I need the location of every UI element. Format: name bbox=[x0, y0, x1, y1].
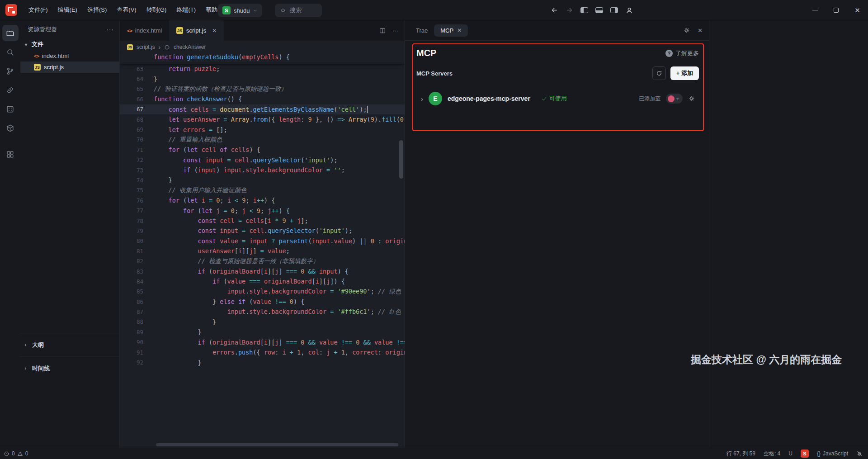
global-search-box[interactable]: 搜索 bbox=[275, 4, 322, 17]
tab-mcp[interactable]: MCP ✕ bbox=[434, 24, 468, 37]
maximize-button[interactable] bbox=[826, 0, 847, 20]
cursor-position[interactable]: 行 67, 列 59 bbox=[726, 450, 755, 458]
code-line-89[interactable]: 89 } bbox=[120, 327, 405, 337]
code-line-79[interactable]: 79 const input = cell.querySelector('inp… bbox=[120, 226, 405, 236]
code-line-66[interactable]: 66function checkAnswer() { bbox=[120, 94, 405, 104]
tab-script-js[interactable]: JS script.js ✕ bbox=[169, 20, 224, 41]
editor-tab-bar: <> index.html JS script.js ✕ ··· bbox=[120, 20, 405, 41]
server-settings-gear-icon[interactable] bbox=[688, 95, 695, 102]
close-window-button[interactable]: ✕ bbox=[847, 0, 868, 20]
toggle-secondary-sidebar-icon[interactable] bbox=[610, 7, 618, 13]
code-line-87[interactable]: 87 input.style.backgroundColor = '#ffb6c… bbox=[120, 307, 405, 317]
menu-terminal[interactable]: 终端(T) bbox=[171, 4, 201, 16]
code-line-85[interactable]: 85 input.style.backgroundColor = '#90ee9… bbox=[120, 287, 405, 297]
encoding-setting[interactable]: U bbox=[788, 450, 793, 457]
horizontal-scrollbar[interactable] bbox=[156, 443, 398, 446]
code-line-64[interactable]: 64} bbox=[120, 74, 405, 84]
search-sidebar-icon[interactable] bbox=[2, 44, 19, 60]
add-server-button[interactable]: + 添加 bbox=[670, 66, 699, 80]
gear-icon[interactable] bbox=[683, 27, 690, 34]
code-line-92[interactable]: 92 } bbox=[120, 357, 405, 367]
back-arrow-icon[interactable] bbox=[551, 6, 558, 14]
sidebar-more-icon[interactable]: ··· bbox=[106, 26, 114, 33]
file-item-index-html[interactable]: <> index.html bbox=[20, 50, 119, 62]
toggle-panel-icon[interactable] bbox=[595, 7, 603, 13]
file-item-script-js[interactable]: JS script.js bbox=[20, 62, 119, 73]
remote-link-icon[interactable] bbox=[2, 82, 19, 98]
chevron-right-icon: › bbox=[25, 366, 29, 371]
menu-goto[interactable]: 转到(G) bbox=[142, 4, 172, 16]
code-line-78[interactable]: 78 const cell = cells[i * 9 + j]; bbox=[120, 216, 405, 226]
forward-arrow-icon[interactable] bbox=[566, 6, 573, 14]
close-tab-icon[interactable]: ✕ bbox=[212, 28, 217, 34]
project-switcher[interactable]: S shudu bbox=[218, 4, 262, 17]
problems-indicator[interactable]: 0 0 bbox=[4, 450, 28, 457]
code-line-68[interactable]: 68 let userAnswer = Array.from({ length:… bbox=[120, 114, 405, 124]
code-line-81[interactable]: 81 userAnswer[i][j] = value; bbox=[120, 246, 405, 256]
mcp-servers-label: MCP Servers bbox=[416, 70, 453, 77]
menu-view[interactable]: 查看(V) bbox=[112, 4, 141, 16]
code-line-91[interactable]: 91 errors.push({ row: i + 1, col: j + 1,… bbox=[120, 347, 405, 357]
account-icon[interactable] bbox=[625, 6, 633, 14]
timeline-label: 时间线 bbox=[32, 364, 50, 373]
code-line-63[interactable]: 63 return puzzle; bbox=[120, 64, 405, 74]
tab-trae[interactable]: Trae bbox=[410, 24, 434, 37]
learn-more-link[interactable]: ? 了解更多 bbox=[665, 49, 699, 57]
breadcrumb[interactable]: JS script.js › checkAnswer bbox=[120, 41, 405, 53]
timeline-section-header[interactable]: › 时间线 bbox=[20, 356, 119, 380]
code-line-71[interactable]: 71 for (let cell of cells) { bbox=[120, 145, 405, 155]
code-line-76[interactable]: 76 for (let i = 0; i < 9; i++) { bbox=[120, 195, 405, 205]
breadcrumb-symbol[interactable]: checkAnswer bbox=[174, 44, 206, 50]
explorer-icon[interactable] bbox=[2, 25, 19, 41]
source-control-icon[interactable] bbox=[2, 63, 19, 79]
language-mode[interactable]: {} JavaScript bbox=[817, 450, 848, 457]
code-line-83[interactable]: 83 if (originalBoard[i][j] === 0 && inpu… bbox=[120, 266, 405, 276]
close-panel-icon[interactable]: ✕ bbox=[698, 27, 703, 34]
minimize-button[interactable] bbox=[804, 0, 826, 20]
refresh-icon bbox=[656, 70, 662, 76]
indentation-setting[interactable]: 空格: 4 bbox=[764, 450, 780, 458]
apps-grid-icon[interactable] bbox=[2, 146, 19, 162]
outline-section-header[interactable]: › 大纲 bbox=[20, 333, 119, 356]
code-line-73[interactable]: 73 if (input) input.style.backgroundColo… bbox=[120, 165, 405, 175]
code-line-72[interactable]: 72 const input = cell.querySelector('inp… bbox=[120, 155, 405, 165]
line-number: 63 bbox=[120, 66, 154, 72]
vertical-scrollbar[interactable] bbox=[399, 140, 403, 179]
editor-more-icon[interactable]: ··· bbox=[392, 27, 398, 34]
extension-badge-icon[interactable]: S bbox=[801, 450, 809, 458]
menu-file[interactable]: 文件(F) bbox=[24, 4, 53, 16]
app-logo-icon[interactable] bbox=[5, 4, 17, 16]
code-line-65[interactable]: 65// 验证答案的函数（检查是否与原始谜题一致） bbox=[120, 84, 405, 94]
sticky-scroll-line[interactable]: function generateSudoku(emptyCells) { bbox=[120, 53, 405, 64]
code-line-86[interactable]: 86 } else if (value !== 0) { bbox=[120, 297, 405, 307]
expand-chevron-icon[interactable]: › bbox=[421, 95, 423, 103]
code-line-75[interactable]: 75 // 收集用户输入并验证颜色 bbox=[120, 185, 405, 195]
code-line-74[interactable]: 74 } bbox=[120, 175, 405, 185]
status-bar: 0 0 行 67, 列 59 空格: 4 U S {} JavaScript bbox=[0, 448, 868, 459]
menu-selection[interactable]: 选择(S) bbox=[82, 4, 112, 16]
add-agent-icon[interactable]: + bbox=[676, 95, 679, 102]
tab-index-html[interactable]: <> index.html bbox=[120, 20, 169, 41]
files-section-header[interactable]: ▾ 文件 bbox=[20, 38, 119, 50]
code-line-90[interactable]: 90 if (originalBoard[i][j] === 0 && valu… bbox=[120, 337, 405, 347]
extensions-icon[interactable] bbox=[2, 120, 19, 136]
line-number: 92 bbox=[120, 359, 154, 366]
agent-avatar-pill[interactable]: + bbox=[666, 94, 683, 104]
code-line-80[interactable]: 80 const value = input ? parseInt(input.… bbox=[120, 236, 405, 246]
code-line-77[interactable]: 77 for (let j = 0; j < 9; j++) { bbox=[120, 205, 405, 215]
refresh-button[interactable] bbox=[652, 66, 666, 80]
notifications-muted-bell-icon[interactable] bbox=[856, 450, 863, 457]
split-editor-icon[interactable] bbox=[379, 27, 386, 34]
code-line-82[interactable]: 82 // 检查与原始谜题是否一致（非预填数字） bbox=[120, 256, 405, 266]
close-tab-icon[interactable]: ✕ bbox=[457, 27, 462, 33]
toggle-sidebar-icon[interactable] bbox=[580, 7, 588, 13]
code-line-70[interactable]: 70 // 重置输入框颜色 bbox=[120, 135, 405, 145]
code-line-69[interactable]: 69 let errors = []; bbox=[120, 124, 405, 134]
game-dice-icon[interactable] bbox=[2, 101, 19, 117]
code-line-84[interactable]: 84 if (value === originalBoard[i][j]) { bbox=[120, 276, 405, 286]
code-line-67[interactable]: 67 const cells = document.getElementsByC… bbox=[120, 104, 405, 114]
server-row-edgeone[interactable]: › E edgeone-pages-mcp-server 可使用 已添加至 + bbox=[416, 87, 699, 110]
breadcrumb-file[interactable]: script.js bbox=[137, 44, 155, 50]
code-line-88[interactable]: 88 } bbox=[120, 317, 405, 327]
menu-edit[interactable]: 编辑(E) bbox=[53, 4, 82, 16]
